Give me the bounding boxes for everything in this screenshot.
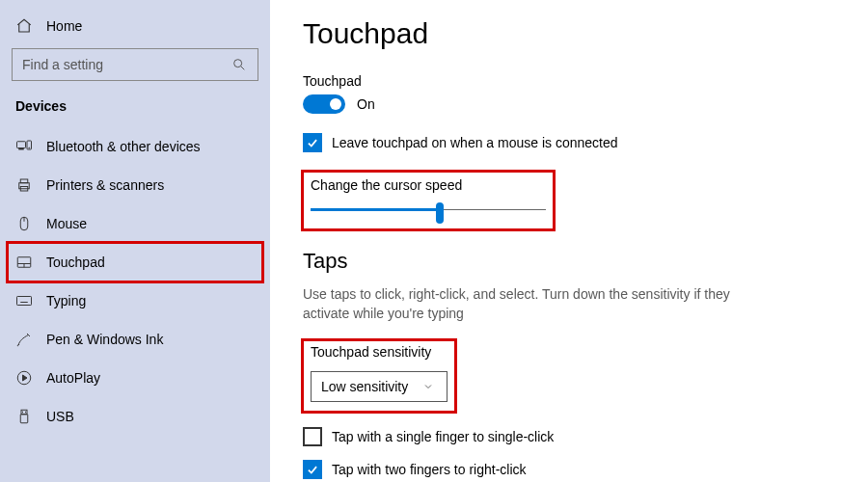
cursor-speed-slider[interactable]: [311, 201, 546, 220]
autoplay-icon: [15, 369, 33, 387]
sidebar-item-label: AutoPlay: [46, 370, 100, 386]
sidebar-item-pen[interactable]: Pen & Windows Ink: [8, 320, 262, 359]
home-link[interactable]: Home: [8, 12, 262, 46]
sensitivity-label: Touchpad sensitivity: [311, 344, 448, 360]
svg-point-5: [29, 147, 30, 148]
svg-marker-21: [23, 375, 28, 381]
toggle-state-text: On: [357, 96, 375, 112]
home-label: Home: [46, 18, 82, 34]
sidebar-item-printers[interactable]: Printers & scanners: [8, 166, 262, 204]
pen-icon: [15, 331, 33, 348]
sidebar-item-touchpad[interactable]: Touchpad: [8, 243, 262, 281]
search-input-container[interactable]: [12, 48, 258, 81]
leave-on-checkbox[interactable]: [303, 133, 322, 152]
sidebar-item-label: Bluetooth & other devices: [46, 139, 201, 154]
sidebar-item-mouse[interactable]: Mouse: [8, 204, 262, 243]
cursor-speed-label: Change the cursor speed: [311, 177, 546, 193]
page-title: Touchpad: [303, 17, 835, 50]
svg-rect-2: [17, 142, 26, 148]
svg-line-1: [241, 67, 244, 69]
touchpad-toggle[interactable]: [303, 94, 345, 114]
sidebar-item-label: Pen & Windows Ink: [46, 332, 163, 347]
sidebar-item-label: USB: [46, 409, 74, 424]
svg-rect-3: [19, 148, 24, 149]
touchpad-icon: [15, 254, 33, 271]
section-header-devices: Devices: [8, 94, 262, 127]
svg-point-0: [234, 60, 242, 67]
taps-description: Use taps to click, right-click, and sele…: [303, 285, 746, 323]
sidebar-item-label: Printers & scanners: [46, 177, 164, 193]
sidebar-item-label: Typing: [46, 293, 86, 308]
svg-rect-22: [21, 410, 27, 415]
slider-track-active: [311, 208, 440, 211]
sensitivity-value: Low sensitivity: [321, 379, 408, 394]
svg-rect-23: [20, 415, 28, 423]
sidebar-item-autoplay[interactable]: AutoPlay: [8, 359, 262, 397]
sidebar: Home Devices Bluetooth & other devices P…: [0, 0, 270, 482]
sidebar-item-bluetooth[interactable]: Bluetooth & other devices: [8, 127, 262, 166]
slider-thumb[interactable]: [436, 202, 444, 224]
printer-icon: [15, 176, 33, 194]
main-content: Touchpad Touchpad On Leave touchpad on w…: [270, 0, 868, 482]
keyboard-icon: [15, 292, 33, 309]
chevron-down-icon: [420, 378, 437, 395]
sidebar-item-usb[interactable]: USB: [8, 397, 262, 436]
taps-heading: Taps: [303, 249, 835, 274]
search-input[interactable]: [22, 57, 231, 72]
svg-rect-14: [17, 297, 32, 306]
tap-single-checkbox[interactable]: [303, 427, 322, 446]
devices-icon: [15, 138, 33, 155]
home-icon: [15, 17, 33, 35]
tap-single-label: Tap with a single finger to single-click: [332, 429, 554, 444]
cursor-speed-group: Change the cursor speed: [303, 172, 554, 229]
search-icon: [231, 56, 248, 73]
sensitivity-dropdown[interactable]: Low sensitivity: [311, 371, 448, 402]
tap-double-label: Tap with two fingers to right-click: [332, 462, 527, 477]
usb-icon: [15, 408, 33, 425]
tap-double-checkbox[interactable]: [303, 460, 322, 479]
sidebar-item-typing[interactable]: Typing: [8, 281, 262, 320]
svg-rect-7: [20, 179, 28, 183]
mouse-icon: [15, 215, 33, 232]
touchpad-toggle-label: Touchpad: [303, 73, 835, 89]
sensitivity-group: Touchpad sensitivity Low sensitivity: [303, 340, 455, 412]
sidebar-item-label: Touchpad: [46, 254, 105, 270]
sidebar-item-label: Mouse: [46, 216, 87, 231]
leave-on-label: Leave touchpad on when a mouse is connec…: [332, 135, 618, 150]
